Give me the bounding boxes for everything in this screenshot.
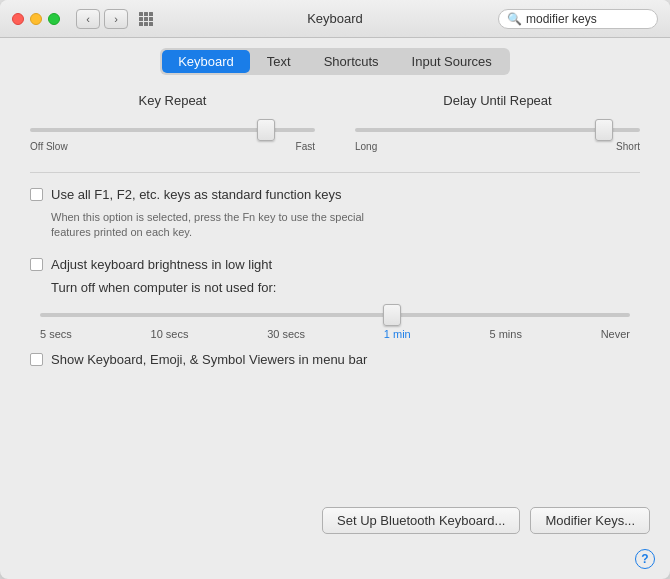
help-button[interactable]: ? xyxy=(635,549,655,569)
time-label-5mins: 5 mins xyxy=(489,328,521,340)
time-label-1min: 1 min xyxy=(384,328,411,340)
grid-button[interactable] xyxy=(136,9,156,29)
forward-button[interactable]: › xyxy=(104,9,128,29)
turn-off-label: Turn off when computer is not used for: xyxy=(51,280,640,295)
keyboard-window: ‹ › Keyboard 🔍 ✕ Keyboard Text Shortcuts… xyxy=(0,0,670,579)
brightness-label: Adjust keyboard brightness in low light xyxy=(51,257,272,272)
menu-bar-row: Show Keyboard, Emoji, & Symbol Viewers i… xyxy=(30,352,640,367)
brightness-section: Adjust keyboard brightness in low light … xyxy=(30,257,640,295)
function-keys-row: Use all F1, F2, etc. keys as standard fu… xyxy=(30,187,640,202)
menu-bar-checkbox[interactable] xyxy=(30,353,43,366)
bottom-buttons-row: Set Up Bluetooth Keyboard... Modifier Ke… xyxy=(0,497,670,549)
search-icon: 🔍 xyxy=(507,12,522,26)
content-area: Key Repeat Off Slow Fast Delay Until Rep… xyxy=(0,83,670,497)
delay-repeat-slider[interactable] xyxy=(355,128,640,132)
time-label-5secs: 5 secs xyxy=(40,328,72,340)
close-button[interactable] xyxy=(12,13,24,25)
back-button[interactable]: ‹ xyxy=(76,9,100,29)
tab-group: Keyboard Text Shortcuts Input Sources xyxy=(160,48,510,75)
delay-repeat-labels: Long Short xyxy=(355,141,640,152)
search-box[interactable]: 🔍 ✕ xyxy=(498,9,658,29)
minimize-button[interactable] xyxy=(30,13,42,25)
nav-buttons: ‹ › xyxy=(76,9,128,29)
key-repeat-section: Key Repeat Off Slow Fast xyxy=(30,93,315,152)
function-keys-checkbox[interactable] xyxy=(30,188,43,201)
key-repeat-slider[interactable] xyxy=(30,128,315,132)
divider-1 xyxy=(30,172,640,173)
key-repeat-left-label: Off Slow xyxy=(30,141,68,152)
tab-input-sources[interactable]: Input Sources xyxy=(396,50,508,73)
tabs-container: Keyboard Text Shortcuts Input Sources xyxy=(0,38,670,83)
titlebar: ‹ › Keyboard 🔍 ✕ xyxy=(0,0,670,38)
modifier-keys-button[interactable]: Modifier Keys... xyxy=(530,507,650,534)
key-repeat-title: Key Repeat xyxy=(139,93,207,108)
brightness-checkbox[interactable] xyxy=(30,258,43,271)
time-labels: 5 secs 10 secs 30 secs 1 min 5 mins Neve… xyxy=(40,328,630,340)
time-slider-container: 5 secs 10 secs 30 secs 1 min 5 mins Neve… xyxy=(40,305,630,340)
delay-repeat-slider-wrapper xyxy=(355,120,640,135)
function-keys-label: Use all F1, F2, etc. keys as standard fu… xyxy=(51,187,341,202)
tab-keyboard[interactable]: Keyboard xyxy=(162,50,250,73)
bluetooth-keyboard-button[interactable]: Set Up Bluetooth Keyboard... xyxy=(322,507,520,534)
sliders-row: Key Repeat Off Slow Fast Delay Until Rep… xyxy=(30,93,640,152)
delay-repeat-left-label: Long xyxy=(355,141,377,152)
function-keys-description: When this option is selected, press the … xyxy=(51,210,640,241)
key-repeat-right-label: Fast xyxy=(296,141,315,152)
grid-icon xyxy=(139,12,153,26)
brightness-checkbox-row: Adjust keyboard brightness in low light xyxy=(30,257,640,272)
time-slider[interactable] xyxy=(40,313,630,317)
delay-repeat-title: Delay Until Repeat xyxy=(443,93,551,108)
delay-repeat-section: Delay Until Repeat Long Short xyxy=(355,93,640,152)
help-area: ? xyxy=(0,549,670,579)
menu-bar-label: Show Keyboard, Emoji, & Symbol Viewers i… xyxy=(51,352,367,367)
tab-text[interactable]: Text xyxy=(251,50,307,73)
key-repeat-slider-wrapper xyxy=(30,120,315,135)
maximize-button[interactable] xyxy=(48,13,60,25)
key-repeat-labels: Off Slow Fast xyxy=(30,141,315,152)
time-label-never: Never xyxy=(601,328,630,340)
time-label-10secs: 10 secs xyxy=(151,328,189,340)
search-input[interactable] xyxy=(526,12,670,26)
time-label-30secs: 30 secs xyxy=(267,328,305,340)
traffic-lights xyxy=(12,13,60,25)
delay-repeat-right-label: Short xyxy=(616,141,640,152)
tab-shortcuts[interactable]: Shortcuts xyxy=(308,50,395,73)
window-title: Keyboard xyxy=(307,11,363,26)
